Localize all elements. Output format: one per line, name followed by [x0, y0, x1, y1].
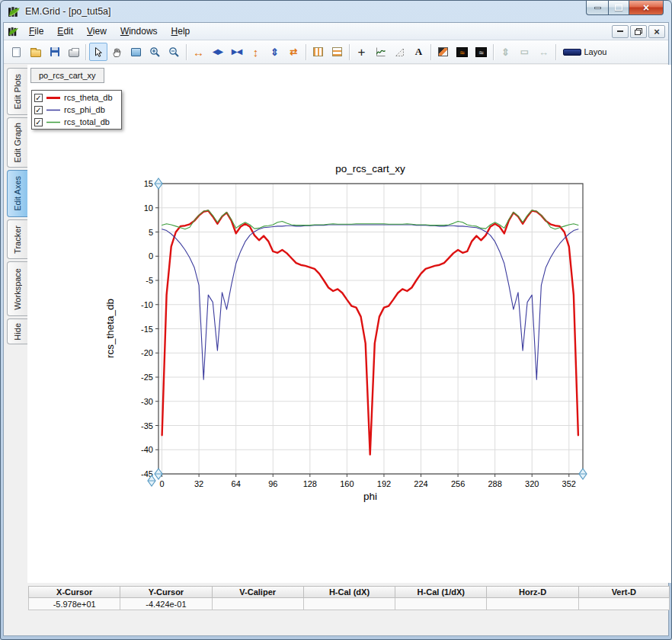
legend-item-rcs_phi_db[interactable]: ✓rcs_phi_db — [32, 104, 121, 116]
legend-checkbox[interactable]: ✓ — [34, 106, 43, 114]
toolbar-separator — [430, 44, 431, 60]
sidebar-tab-tracker[interactable]: Tracker — [7, 219, 27, 259]
stretch-y-button[interactable]: ⇕ — [266, 43, 284, 61]
legend-checkbox[interactable]: ✓ — [34, 118, 43, 126]
svg-text:-10: -10 — [141, 300, 153, 309]
dark-plot-2-button[interactable]: ≈ — [472, 43, 491, 61]
cursor-table-value-row: -5.978e+01-4.424e-01 — [28, 598, 670, 610]
svg-text:5: 5 — [149, 228, 153, 237]
svg-text:320: 320 — [525, 479, 539, 488]
axis-handle[interactable] — [155, 178, 162, 189]
series-rcs_total_db — [162, 210, 578, 229]
document-tab[interactable]: po_rcs_cart_xy — [30, 68, 104, 83]
plot-canvas[interactable]: 0326496128160192224256288320352151050-5-… — [27, 65, 671, 583]
chart[interactable]: 0326496128160192224256288320352151050-5-… — [27, 65, 671, 583]
snapshot-icon — [438, 47, 448, 56]
child-minimize-button[interactable] — [612, 25, 629, 38]
autofit-x-button[interactable]: ⇄ — [285, 43, 303, 61]
svg-text:64: 64 — [232, 479, 241, 488]
menu-file[interactable]: File — [22, 24, 50, 39]
pan-button[interactable] — [108, 43, 126, 61]
legend-item-rcs_theta_db[interactable]: ✓rcs_theta_db — [32, 91, 121, 104]
dark-plot-1-button[interactable]: ≈ — [453, 43, 472, 61]
app-icon — [8, 5, 21, 18]
child-close-button[interactable] — [648, 25, 665, 38]
svg-text:-40: -40 — [141, 445, 153, 454]
minimize-icon — [594, 7, 601, 9]
document-icon[interactable] — [8, 26, 19, 37]
title-bar[interactable]: EM.Grid - [po_tut5a] — [1, 1, 671, 22]
menu-windows[interactable]: Windows — [114, 24, 165, 39]
svg-text:-20: -20 — [141, 348, 153, 357]
horizontal-markers-button[interactable] — [328, 43, 347, 61]
sidebar-tab-edit-plots[interactable]: Edit Plots — [7, 68, 27, 115]
axis-handle[interactable] — [579, 469, 587, 479]
dark-plot-2-icon: ≈ — [475, 47, 487, 57]
sidebar-tab-label: Hide — [13, 323, 22, 341]
select-cursor-button[interactable] — [89, 43, 107, 61]
svg-text:96: 96 — [268, 479, 277, 488]
legend[interactable]: ✓rcs_theta_db✓rcs_phi_db✓rcs_total_db — [31, 90, 122, 130]
vertical-markers-icon — [313, 47, 323, 56]
sidebar-tab-label: Workspace — [13, 268, 22, 310]
menu-edit[interactable]: Edit — [50, 24, 80, 39]
svg-text:-15: -15 — [141, 325, 153, 334]
cursor-value-7 — [578, 598, 670, 610]
legend-checkbox[interactable]: ✓ — [34, 94, 43, 102]
sidebar-tab-hide[interactable]: Hide — [7, 318, 27, 344]
save-button[interactable] — [46, 43, 64, 61]
svg-text:0: 0 — [149, 251, 153, 261]
text-annotation-button[interactable]: A — [410, 43, 428, 61]
sidebar-tab-edit-graph[interactable]: Edit Graph — [7, 117, 27, 168]
child-restore-button[interactable] — [630, 25, 647, 38]
client-area: FileEditViewWindowsHelp ↔◀▶▶◀↕⇕⇄+A≈≈⇕▭↔L… — [3, 22, 669, 636]
layout-button[interactable]: Layou — [559, 43, 611, 61]
close-button[interactable] — [629, 1, 664, 15]
narrow-x-button[interactable]: ▶◀ — [228, 43, 246, 61]
slope-marker-button[interactable] — [391, 43, 409, 61]
text-annotation-icon: A — [415, 46, 422, 58]
widen-x-button[interactable]: ◀▶ — [209, 43, 227, 61]
zoom-in-icon — [149, 46, 161, 58]
menu-help[interactable]: Help — [165, 24, 197, 39]
sidebar-tab-label: Tracker — [13, 226, 22, 254]
stretch-y-icon: ⇕ — [270, 47, 279, 57]
open-file-button[interactable] — [27, 43, 45, 61]
toolbar-separator — [555, 44, 556, 60]
svg-text:-5: -5 — [146, 276, 153, 285]
series-rcs_phi_db — [162, 225, 578, 379]
menu-view[interactable]: View — [80, 24, 114, 39]
print-button[interactable] — [65, 43, 83, 61]
widen-x-icon: ◀▶ — [213, 48, 222, 56]
zoom-out-button[interactable] — [165, 43, 184, 61]
svg-text:256: 256 — [451, 479, 465, 488]
zoom-window-button[interactable] — [127, 43, 146, 61]
expand-x-button[interactable]: ↔ — [190, 43, 208, 61]
column-header-5: H-Cal (1/dX) — [395, 586, 486, 598]
sidebar-tab-edit-axes[interactable]: Edit Axes — [7, 170, 27, 217]
legend-item-rcs_total_db[interactable]: ✓rcs_total_db — [32, 116, 121, 128]
maximize-button[interactable] — [608, 1, 629, 15]
svg-text:-35: -35 — [141, 421, 153, 430]
svg-text:128: 128 — [303, 479, 317, 488]
new-document-icon — [12, 47, 21, 57]
svg-text:160: 160 — [340, 479, 354, 488]
sidebar-tab-workspace[interactable]: Workspace — [7, 261, 27, 316]
svg-text:15: 15 — [144, 179, 153, 188]
zoom-in-button[interactable] — [146, 43, 165, 61]
dark-plot-1-icon: ≈ — [456, 47, 468, 57]
crosshair-button[interactable]: + — [353, 43, 371, 61]
new-document-button[interactable] — [8, 43, 26, 61]
document-tab-label: po_rcs_cart_xy — [39, 71, 96, 80]
tracker-button[interactable] — [372, 43, 390, 61]
svg-text:-25: -25 — [141, 373, 153, 382]
zoom-window-icon — [131, 48, 141, 56]
minimize-button[interactable] — [586, 1, 608, 15]
toolbar-separator — [349, 44, 350, 60]
vertical-markers-button[interactable] — [309, 43, 328, 61]
expand-y-button[interactable]: ↕ — [247, 43, 265, 61]
axis-handle[interactable] — [155, 469, 162, 479]
cursor-value-1: -5.978e+01 — [28, 598, 120, 610]
snapshot-button[interactable] — [434, 43, 453, 61]
open-file-icon — [30, 47, 41, 57]
